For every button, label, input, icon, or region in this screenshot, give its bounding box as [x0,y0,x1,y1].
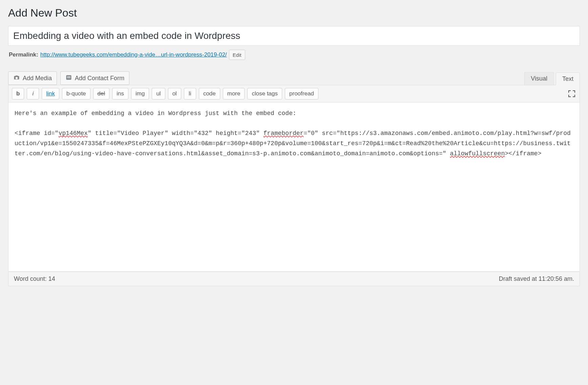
post-title-input[interactable] [8,26,580,46]
tool-li[interactable]: li [184,88,196,99]
status-bar: Word count: 14 Draft saved at 11:20:56 a… [8,272,580,286]
permalink-suffix: -2019-02/ [202,51,227,58]
tool-bold[interactable]: b [12,88,24,99]
content-iframe-close: ></iframe> [505,150,541,157]
tool-ul[interactable]: ul [152,88,165,99]
add-contact-form-label: Add Contact Form [75,75,124,82]
permalink-base: http://www.tubegeeks.com/ [40,51,109,58]
content-err-vp: vp146Mex [59,130,88,137]
tool-ol[interactable]: ol [168,88,181,99]
add-contact-form-button[interactable]: Add Contact Form [60,71,129,85]
content-err-frameborder: frameborder [264,130,304,137]
permalink-slug: embedding-a-vide…url-in-wordpress [109,51,202,58]
editor-tabs: Visual Text [522,72,580,85]
tab-text[interactable]: Text [556,72,580,85]
content-iframe-2: " title="Video Player" width="432" heigh… [88,130,263,137]
draft-saved-status: Draft saved at 11:20:56 am. [499,275,574,282]
permalink-row: Permalink: http://www.tubegeeks.com/embe… [9,50,579,60]
content-err-allowfullscreen: allowfullscreen [450,150,505,157]
word-count: Word count: 14 [14,275,55,282]
post-content-textarea[interactable]: Here's an example of embedding a video i… [8,103,580,272]
tab-visual[interactable]: Visual [524,72,554,85]
tool-ins[interactable]: ins [112,88,128,99]
tool-more[interactable]: more [223,88,245,99]
tool-italic[interactable]: i [27,88,39,99]
content-iframe-1: <iframe id=" [15,130,59,137]
tool-code[interactable]: code [199,88,220,99]
tool-link[interactable]: link [42,88,59,99]
svg-rect-2 [67,77,70,78]
page-heading: Add New Post [8,7,580,19]
tool-proofread[interactable]: proofread [285,88,318,99]
tool-del[interactable]: del [93,88,110,99]
fullscreen-icon[interactable] [567,89,576,98]
permalink-label: Permalink: [9,51,38,58]
form-icon [65,74,72,83]
tool-bquote[interactable]: b-quote [62,88,90,99]
permalink-link[interactable]: http://www.tubegeeks.com/embedding-a-vid… [40,51,227,58]
word-count-value: 14 [48,275,55,282]
camera-icon [13,74,20,83]
svg-rect-1 [67,76,70,77]
add-media-label: Add Media [23,75,52,82]
edit-permalink-button[interactable]: Edit [229,50,245,60]
tool-img[interactable]: img [131,88,149,99]
content-intro: Here's an example of embedding a video i… [15,110,296,117]
editor-toolbar: b i link b-quote del ins img ul ol li co… [8,85,580,103]
add-media-button[interactable]: Add Media [8,71,57,85]
tool-close-tags[interactable]: close tags [247,88,282,99]
word-count-label: Word count: [14,275,48,282]
